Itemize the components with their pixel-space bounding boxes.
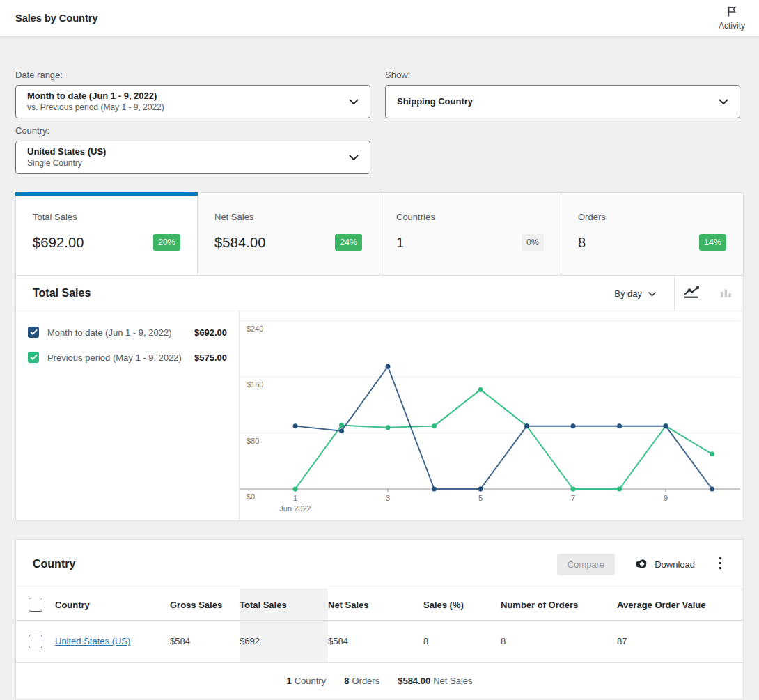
page-title: Sales by Country bbox=[15, 13, 97, 24]
summary-value: $584.00 bbox=[214, 235, 266, 251]
country-select[interactable]: United States (US) Single Country bbox=[15, 141, 370, 174]
footer-stat-orders: 8Orders bbox=[344, 676, 380, 686]
interval-select[interactable]: By day bbox=[596, 276, 674, 311]
table-actions: Compare Download bbox=[557, 554, 726, 575]
table-header: Country Compare bbox=[16, 540, 743, 589]
date-range-filter: Date range: Month to date (Jun 1 - 9, 20… bbox=[15, 70, 370, 118]
cloud-download-icon bbox=[634, 558, 648, 571]
legend-checkbox-checked[interactable] bbox=[28, 352, 39, 363]
kebab-icon bbox=[719, 561, 722, 572]
column-header-total-sales[interactable]: Total Sales bbox=[240, 589, 328, 621]
summary-card-net-sales[interactable]: Net Sales $584.00 24% bbox=[198, 193, 380, 275]
column-header-net-sales[interactable]: Net Sales bbox=[328, 589, 423, 621]
interval-label: By day bbox=[614, 288, 642, 299]
chart-body: Month to date (Jun 1 - 9, 2022) $692.00 … bbox=[16, 311, 743, 520]
table-title: Country bbox=[33, 558, 75, 570]
date-range-compare-value: vs. Previous period (May 1 - 9, 2022) bbox=[27, 102, 164, 114]
summary-label: Countries bbox=[396, 212, 544, 222]
column-header-country[interactable]: Country bbox=[55, 589, 170, 621]
footer-stat-countries: 1Country bbox=[286, 676, 326, 686]
activity-label: Activity bbox=[719, 21, 745, 31]
summary-badge: 0% bbox=[522, 234, 544, 251]
show-label: Show: bbox=[385, 70, 740, 80]
cell-gross-sales: $584 bbox=[170, 621, 240, 662]
svg-text:3: 3 bbox=[386, 494, 390, 502]
chevron-down-icon bbox=[349, 97, 359, 107]
country-link[interactable]: United States (US) bbox=[55, 636, 130, 646]
summary-badge: 24% bbox=[335, 234, 362, 251]
svg-text:$160: $160 bbox=[247, 380, 263, 389]
compare-button[interactable]: Compare bbox=[557, 554, 615, 575]
chevron-down-icon bbox=[349, 153, 359, 163]
cell-sales-pct: 8 bbox=[423, 621, 501, 662]
summary-value: 8 bbox=[578, 235, 586, 251]
legend-value: $692.00 bbox=[194, 327, 227, 338]
country-mode-value: Single Country bbox=[27, 158, 106, 169]
row-checkbox[interactable] bbox=[29, 635, 42, 648]
summary-badge: 20% bbox=[153, 234, 180, 251]
date-range-value: Month to date (Jun 1 - 9, 2022) bbox=[27, 90, 164, 102]
chart-type-toggles bbox=[674, 276, 743, 311]
legend-checkbox-checked[interactable] bbox=[28, 327, 39, 338]
table-header-row: Country Gross Sales Total Sales Net Sale… bbox=[16, 589, 743, 621]
summary-label: Total Sales bbox=[33, 212, 180, 222]
summary-card-total-sales[interactable]: Total Sales $692.00 20% bbox=[16, 193, 198, 275]
flag-icon bbox=[726, 6, 737, 20]
legend-value: $575.00 bbox=[194, 352, 227, 363]
summary-label: Net Sales bbox=[214, 212, 362, 222]
svg-text:1: 1 bbox=[293, 494, 297, 502]
svg-text:$80: $80 bbox=[247, 437, 259, 445]
bar-chart-toggle[interactable] bbox=[709, 276, 743, 311]
cell-number-of-orders: 8 bbox=[501, 621, 617, 662]
country-table: Country Gross Sales Total Sales Net Sale… bbox=[16, 589, 743, 662]
table-footer: 1Country 8Orders $584.00Net Sales bbox=[16, 662, 743, 699]
summary-numbers: Total Sales $692.00 20% Net Sales $584.0… bbox=[15, 192, 744, 275]
show-select[interactable]: Shipping Country bbox=[385, 85, 740, 118]
chevron-down-icon bbox=[719, 97, 728, 107]
footer-stat-net-sales: $584.00Net Sales bbox=[398, 676, 472, 686]
country-table-card: Country Compare bbox=[15, 539, 744, 699]
column-header-gross-sales[interactable]: Gross Sales bbox=[170, 589, 240, 621]
svg-text:9: 9 bbox=[664, 494, 668, 502]
summary-label: Orders bbox=[578, 212, 726, 222]
svg-text:7: 7 bbox=[571, 494, 575, 502]
topbar: Sales by Country Activity bbox=[0, 0, 759, 37]
line-chart-toggle[interactable] bbox=[675, 276, 709, 311]
filters: Date range: Month to date (Jun 1 - 9, 20… bbox=[15, 70, 744, 174]
summary-value: 1 bbox=[396, 235, 404, 251]
date-range-label: Date range: bbox=[15, 70, 370, 80]
show-filter: Show: Shipping Country bbox=[385, 70, 740, 118]
svg-text:Jun 2022: Jun 2022 bbox=[279, 504, 311, 513]
activity-button[interactable]: Activity bbox=[714, 4, 749, 32]
select-all-checkbox[interactable] bbox=[29, 598, 42, 612]
legend-item-previous-period[interactable]: Previous period (May 1 - 9, 2022) $575.0… bbox=[16, 345, 239, 370]
column-header-sales-pct[interactable]: Sales (%) bbox=[423, 589, 501, 621]
show-value: Shipping Country bbox=[397, 95, 473, 108]
legend-label: Previous period (May 1 - 9, 2022) bbox=[47, 352, 186, 363]
date-range-select[interactable]: Month to date (Jun 1 - 9, 2022) vs. Prev… bbox=[15, 85, 370, 118]
report-content: Date range: Month to date (Jun 1 - 9, 20… bbox=[0, 70, 759, 700]
bar-chart-icon bbox=[720, 287, 732, 300]
summary-value: $692.00 bbox=[33, 235, 84, 251]
column-header-number-of-orders[interactable]: Number of Orders bbox=[501, 589, 617, 621]
chevron-down-icon bbox=[648, 288, 656, 299]
summary-card-orders[interactable]: Orders 8 14% bbox=[561, 193, 743, 275]
chart-card: Total Sales By day bbox=[15, 275, 744, 521]
sales-chart: $0$80$160$24013579Jun 2022 bbox=[240, 311, 740, 520]
svg-text:$240: $240 bbox=[247, 325, 263, 333]
summary-card-countries[interactable]: Countries 1 0% bbox=[380, 193, 561, 275]
legend-label: Month to date (Jun 1 - 9, 2022) bbox=[47, 327, 186, 338]
chart-legend: Month to date (Jun 1 - 9, 2022) $692.00 … bbox=[16, 311, 240, 520]
chart-header: Total Sales By day bbox=[16, 276, 743, 311]
cell-net-sales: $584 bbox=[328, 621, 423, 662]
line-chart-icon bbox=[684, 286, 700, 300]
column-header-average-order-value[interactable]: Average Order Value bbox=[617, 589, 743, 621]
summary-badge: 14% bbox=[699, 234, 726, 251]
country-value: United States (US) bbox=[27, 146, 106, 158]
download-button[interactable]: Download bbox=[630, 557, 699, 572]
cell-total-sales: $692 bbox=[240, 621, 328, 662]
svg-text:5: 5 bbox=[478, 494, 483, 502]
kebab-menu-button[interactable] bbox=[714, 554, 726, 575]
cell-average-order-value: 87 bbox=[617, 621, 743, 662]
legend-item-current-period[interactable]: Month to date (Jun 1 - 9, 2022) $692.00 bbox=[16, 320, 239, 345]
